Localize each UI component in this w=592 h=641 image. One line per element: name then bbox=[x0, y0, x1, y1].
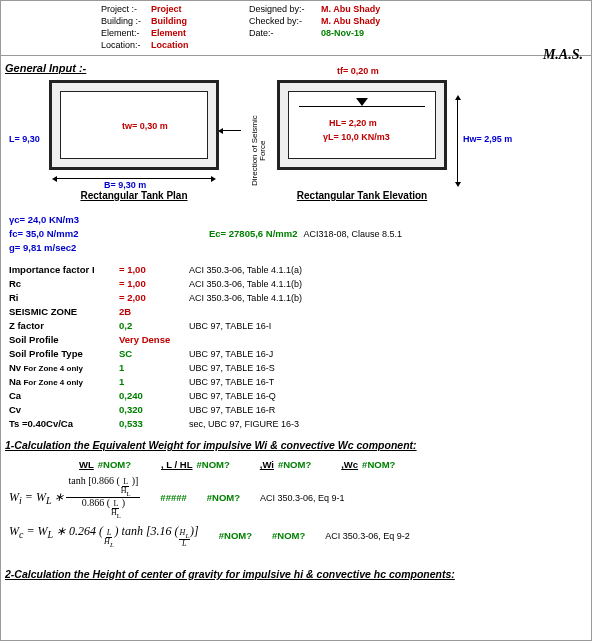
eq1-nom: #NOM? bbox=[207, 492, 240, 503]
dim-Hw: Hw= 2,95 m bbox=[463, 134, 512, 144]
eq2-nom1: #NOM? bbox=[219, 530, 252, 541]
fc: fc= 35,0 N/mm2 bbox=[9, 228, 119, 239]
param-label: Nv For Zone 4 only bbox=[9, 362, 119, 373]
location-label: Location:- bbox=[1, 40, 151, 50]
date-label: Date:- bbox=[241, 28, 321, 38]
dim-B: B= 9,30 m bbox=[104, 180, 146, 190]
building-value: Building bbox=[151, 16, 241, 26]
param-label: Rc bbox=[9, 278, 119, 289]
param-ref: UBC 97, TABLE 16-T bbox=[189, 377, 583, 387]
eq2-nom2: #NOM? bbox=[272, 530, 305, 541]
header-block: Project :- Project Designed by:- M. Abu … bbox=[1, 1, 591, 56]
eq-head-value: #NOM? bbox=[362, 459, 395, 470]
eq-head-value: #NOM? bbox=[278, 459, 311, 470]
calc2-title: 2-Calculation the Height of center of gr… bbox=[1, 562, 591, 582]
param-row: Ts =0.40Cv/Ca0,533sec, UBC 97, FIGURE 16… bbox=[9, 417, 583, 431]
mas-logo: M.A.S. bbox=[543, 47, 583, 63]
date-value: 08-Nov-19 bbox=[321, 28, 441, 38]
param-value: 0,533 bbox=[119, 418, 189, 429]
param-ref: UBC 97, TABLE 16-I bbox=[189, 321, 583, 331]
project-label: Project :- bbox=[1, 4, 151, 14]
dim-HL: HL= 2,20 m bbox=[329, 118, 377, 128]
direction-label: Direction of Seismic Force bbox=[251, 106, 267, 196]
param-ref: UBC 97, TABLE 16-J bbox=[189, 349, 583, 359]
dim-L: L= 9,30 bbox=[9, 134, 40, 144]
dim-tf: tf= 0,20 m bbox=[337, 66, 379, 76]
param-label: Cv bbox=[9, 404, 119, 415]
eq-head-label: ,Wc bbox=[341, 459, 358, 470]
param-row: Nv For Zone 4 only1UBC 97, TABLE 16-S bbox=[9, 361, 583, 375]
checked-label: Checked by:- bbox=[241, 16, 321, 26]
param-row: SEISMIC ZONE2B bbox=[9, 305, 583, 319]
diagrams-row: L= 9,30 tw= 0,30 m B= 9,30 m Rectangular… bbox=[1, 76, 591, 203]
yc: γc= 24,0 KN/m3 bbox=[9, 214, 119, 225]
param-value: = 1,00 bbox=[119, 264, 189, 275]
param-row: Ri= 2,00ACI 350.3-06, Table 4.1.1(b) bbox=[9, 291, 583, 305]
param-value: 1 bbox=[119, 376, 189, 387]
param-row: Na For Zone 4 only1UBC 97, TABLE 16-T bbox=[9, 375, 583, 389]
eq-head-item: WL#NOM? bbox=[79, 459, 131, 470]
param-label: Importance factor I bbox=[9, 264, 119, 275]
param-value: = 1,00 bbox=[119, 278, 189, 289]
dim-tw: tw= 0,30 m bbox=[122, 121, 168, 131]
eq2-ref: ACI 350.3-06, Eq 9-2 bbox=[325, 531, 410, 541]
param-value: 1 bbox=[119, 362, 189, 373]
param-label: Z factor bbox=[9, 320, 119, 331]
param-value: Very Dense bbox=[119, 334, 189, 345]
param-row: Ca0,240UBC 97, TABLE 16-Q bbox=[9, 389, 583, 403]
eq-head-item: ,Wc#NOM? bbox=[341, 459, 395, 470]
building-label: Building :- bbox=[1, 16, 151, 26]
eq-wc: Wc = WL ∗ 0.264 (LHL) tanh [3.16 (HLL)] bbox=[9, 524, 199, 548]
param-row: Z factor0,2UBC 97, TABLE 16-I bbox=[9, 319, 583, 333]
eq-head-value: #NOM? bbox=[98, 459, 131, 470]
param-value: 0,320 bbox=[119, 404, 189, 415]
eq-head-item: , L / HL#NOM? bbox=[161, 459, 230, 470]
param-ref: UBC 97, TABLE 16-Q bbox=[189, 391, 583, 401]
param-ref: ACI 350.3-06, Table 4.1.1(b) bbox=[189, 279, 583, 289]
param-value: 2B bbox=[119, 306, 189, 317]
param-label: SEISMIC ZONE bbox=[9, 306, 119, 317]
param-value: 0,240 bbox=[119, 390, 189, 401]
plan-caption: Rectangular Tank Plan bbox=[49, 190, 219, 201]
Ec-ref: ACI318-08, Clause 8.5.1 bbox=[303, 229, 402, 239]
param-row: Soil ProfileVery Dense bbox=[9, 333, 583, 347]
param-row: Cv0,320UBC 97, TABLE 16-R bbox=[9, 403, 583, 417]
param-ref: ACI 350.3-06, Table 4.1.1(a) bbox=[189, 265, 583, 275]
param-row: Rc= 1,00ACI 350.3-06, Table 4.1.1(b) bbox=[9, 277, 583, 291]
tank-plan: tw= 0,30 m B= 9,30 m Rectangular Tank Pl… bbox=[49, 80, 219, 201]
general-input-title: General Input :- bbox=[1, 56, 591, 76]
elev-caption: Rectangular Tank Elevation bbox=[277, 190, 447, 201]
param-label: Soil Profile Type bbox=[9, 348, 119, 359]
eq-head-item: ,Wi#NOM? bbox=[260, 459, 311, 470]
element-value: Element bbox=[151, 28, 241, 38]
checked-value: M. Abu Shady bbox=[321, 16, 441, 26]
param-row: Soil Profile TypeSCUBC 97, TABLE 16-J bbox=[9, 347, 583, 361]
param-label: Na For Zone 4 only bbox=[9, 376, 119, 387]
tank-elevation: tf= 0,20 m HL= 2,20 m γL= 10,0 KN/m3 Rec… bbox=[277, 80, 447, 201]
param-value: = 2,00 bbox=[119, 292, 189, 303]
Ec: Ec= 27805,6 N/mm2 bbox=[209, 228, 297, 239]
g: g= 9,81 m/sec2 bbox=[9, 242, 119, 253]
param-row: Importance factor I= 1,00ACI 350.3-06, T… bbox=[9, 263, 583, 277]
param-value: SC bbox=[119, 348, 189, 359]
eq-wi: Wi = WL ∗ tanh [0.866 (LHL)]0.866 (LHL) bbox=[9, 476, 140, 520]
designed-value: M. Abu Shady bbox=[321, 4, 441, 14]
param-ref: UBC 97, TABLE 16-S bbox=[189, 363, 583, 373]
eq1-ref: ACI 350.3-06, Eq 9-1 bbox=[260, 493, 345, 503]
eq-head-label: , L / HL bbox=[161, 459, 193, 470]
param-label: Ca bbox=[9, 390, 119, 401]
designed-label: Designed by:- bbox=[241, 4, 321, 14]
location-value: Location bbox=[151, 40, 241, 50]
material-props: γc= 24,0 KN/m3 fc= 35,0 N/mm2 Ec= 27805,… bbox=[1, 203, 591, 257]
element-label: Element:- bbox=[1, 28, 151, 38]
calc1-title: 1-Calculation the Equivalent Weight for … bbox=[1, 433, 591, 453]
eq-head-label: ,Wi bbox=[260, 459, 274, 470]
eq-head-value: #NOM? bbox=[197, 459, 230, 470]
eq1-hash: ##### bbox=[160, 492, 186, 503]
param-label: Ri bbox=[9, 292, 119, 303]
param-ref: UBC 97, TABLE 16-R bbox=[189, 405, 583, 415]
param-value: 0,2 bbox=[119, 320, 189, 331]
param-label: Soil Profile bbox=[9, 334, 119, 345]
param-ref: sec, UBC 97, FIGURE 16-3 bbox=[189, 419, 583, 429]
param-table: Importance factor I= 1,00ACI 350.3-06, T… bbox=[1, 257, 591, 433]
